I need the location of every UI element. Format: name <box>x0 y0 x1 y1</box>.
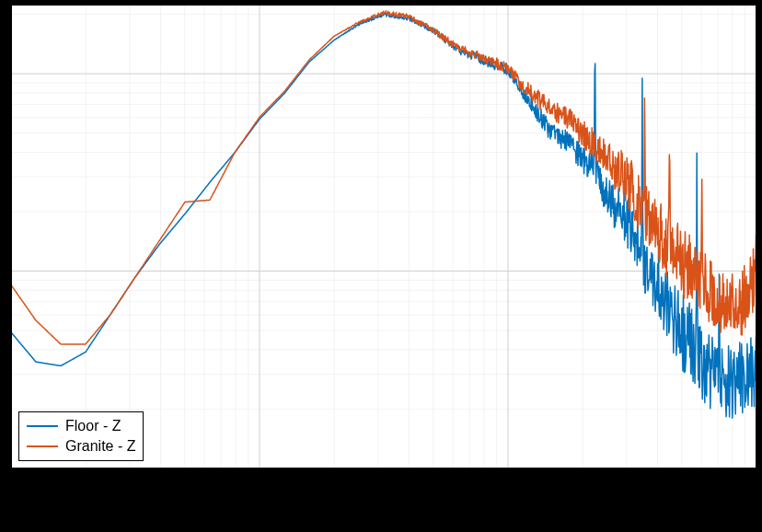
legend-item-floor: Floor - Z <box>27 416 135 436</box>
legend-swatch-granite <box>27 445 58 447</box>
legend-label-floor: Floor - Z <box>65 418 121 434</box>
plot-area <box>11 5 756 468</box>
chart-stage: Floor - Z Granite - Z <box>0 0 762 532</box>
legend-swatch-floor <box>27 425 58 427</box>
plot-svg <box>11 5 756 468</box>
legend-label-granite: Granite - Z <box>65 438 135 455</box>
legend: Floor - Z Granite - Z <box>18 411 144 461</box>
legend-item-granite: Granite - Z <box>27 436 135 457</box>
svg-rect-48 <box>12 6 756 468</box>
